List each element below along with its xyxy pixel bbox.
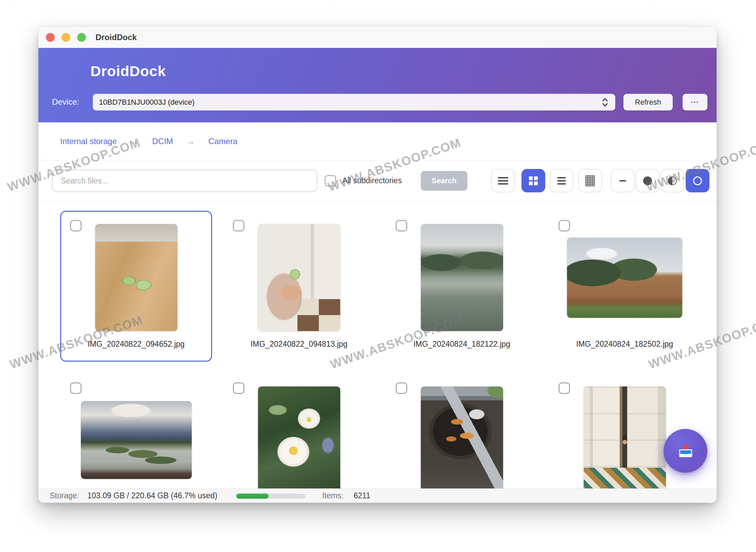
grid-icon bbox=[529, 176, 538, 185]
file-name: IMG_20240822_094813.jpg bbox=[224, 340, 374, 349]
view-compact-list-button[interactable] bbox=[550, 169, 573, 192]
file-checkbox[interactable] bbox=[559, 220, 570, 231]
file-checkbox[interactable] bbox=[70, 220, 82, 231]
storage-progress-bar bbox=[236, 494, 305, 499]
search-input[interactable] bbox=[52, 170, 317, 192]
file-checkbox[interactable] bbox=[233, 382, 244, 394]
compact-list-icon bbox=[557, 177, 566, 185]
breadcrumb-internal-storage[interactable]: Internal storage bbox=[60, 137, 117, 146]
file-name: IMG_20240824_182122.jpg bbox=[387, 340, 537, 349]
list-icon bbox=[498, 177, 508, 185]
search-button[interactable]: Search bbox=[421, 171, 467, 191]
view-grid-button[interactable] bbox=[521, 169, 545, 192]
file-card[interactable]: IMG_20240824_182122.jpg bbox=[386, 211, 538, 362]
file-card[interactable] bbox=[386, 373, 538, 488]
storage-progress-fill bbox=[236, 494, 269, 499]
view-dense-grid-button[interactable] bbox=[578, 169, 602, 192]
circle-half-icon bbox=[668, 176, 677, 185]
photo-thumbnail[interactable] bbox=[421, 386, 503, 488]
minus-icon bbox=[619, 180, 626, 182]
file-checkbox[interactable] bbox=[559, 382, 570, 394]
photo-thumbnail[interactable] bbox=[584, 386, 666, 488]
theme-auto-button[interactable] bbox=[660, 169, 684, 192]
zoom-out-button[interactable] bbox=[611, 169, 635, 192]
photo-thumbnail[interactable] bbox=[421, 224, 503, 331]
app-header: DroidDock Device: 10BD7B1NJU0003J (devic… bbox=[38, 48, 717, 122]
zoom-window-button[interactable] bbox=[77, 33, 86, 42]
transfer-fab-button[interactable] bbox=[664, 429, 707, 473]
all-subdirectories-checkbox[interactable] bbox=[325, 175, 336, 187]
device-label: Device: bbox=[52, 97, 79, 107]
device-select[interactable]: 10BD7B1NJU0003J (device) bbox=[93, 94, 615, 110]
file-checkbox[interactable] bbox=[396, 382, 407, 394]
file-card[interactable]: IMG_20240824_182502.jpg bbox=[549, 211, 701, 362]
more-options-button[interactable]: ⋯ bbox=[683, 94, 707, 110]
watermark: WWW.ABSKOOP.COM bbox=[644, 0, 756, 4]
status-bar: Storage: 103.09 GB / 220.64 GB (46.7% us… bbox=[38, 488, 717, 503]
minimize-window-button[interactable] bbox=[62, 33, 70, 42]
items-count: 6211 bbox=[354, 491, 370, 500]
file-card[interactable]: IMG_20240822_094652.jpg bbox=[60, 211, 212, 362]
breadcrumb-arrow-icon: → bbox=[187, 137, 195, 146]
items-label: Items: bbox=[322, 491, 344, 500]
file-grid-area: IMG_20240822_094652.jpg IMG_20240822_094… bbox=[38, 202, 717, 488]
theme-light-button[interactable] bbox=[686, 169, 709, 192]
photo-thumbnail[interactable] bbox=[258, 224, 340, 331]
breadcrumb: Internal storage → DCIM → Camera bbox=[38, 122, 717, 160]
breadcrumb-camera[interactable]: Camera bbox=[208, 137, 237, 146]
storage-value: 103.09 GB / 220.64 GB (46.7% used) bbox=[87, 491, 217, 500]
file-card[interactable] bbox=[60, 373, 212, 488]
app-window: DroidDock DroidDock Device: 10BD7B1NJU00… bbox=[38, 27, 717, 503]
photo-thumbnail[interactable] bbox=[567, 238, 682, 318]
dense-grid-icon bbox=[585, 175, 595, 186]
file-checkbox[interactable] bbox=[396, 220, 407, 231]
file-checkbox[interactable] bbox=[233, 220, 244, 231]
device-row: Device: 10BD7B1NJU0003J (device) Refresh… bbox=[38, 94, 717, 110]
watermark: WWW.ABSKOOP.COM bbox=[5, 0, 142, 4]
file-name: IMG_20240824_182502.jpg bbox=[550, 340, 700, 349]
select-chevrons-icon bbox=[601, 97, 609, 107]
file-name: IMG_20240822_094652.jpg bbox=[61, 340, 211, 349]
breadcrumb-arrow-icon: → bbox=[131, 137, 139, 146]
circle-outline-icon bbox=[693, 176, 702, 185]
file-card[interactable]: IMG_20240822_094813.jpg bbox=[223, 211, 375, 362]
file-checkbox[interactable] bbox=[70, 382, 82, 394]
photo-thumbnail[interactable] bbox=[258, 386, 340, 488]
watermark: WWW.ABSKOOP.COM bbox=[326, 0, 463, 4]
circle-filled-icon bbox=[643, 176, 652, 185]
toolbar: All subdirectories Search bbox=[38, 160, 717, 202]
view-list-button[interactable] bbox=[491, 169, 515, 192]
device-select-value: 10BD7B1NJU0003J (device) bbox=[99, 98, 601, 107]
all-subdirectories-label: All subdirectories bbox=[342, 176, 402, 185]
titlebar: DroidDock bbox=[38, 27, 717, 48]
storage-label: Storage: bbox=[50, 491, 79, 500]
outbox-tray-icon bbox=[675, 441, 696, 462]
close-window-button[interactable] bbox=[46, 33, 55, 42]
breadcrumb-dcim[interactable]: DCIM bbox=[152, 137, 173, 146]
app-title: DroidDock bbox=[90, 63, 166, 80]
photo-thumbnail[interactable] bbox=[95, 224, 177, 331]
theme-dark-button[interactable] bbox=[636, 169, 659, 192]
photo-thumbnail[interactable] bbox=[81, 401, 192, 479]
window-title: DroidDock bbox=[96, 33, 137, 42]
refresh-button[interactable]: Refresh bbox=[623, 94, 673, 110]
file-card[interactable] bbox=[223, 373, 375, 488]
